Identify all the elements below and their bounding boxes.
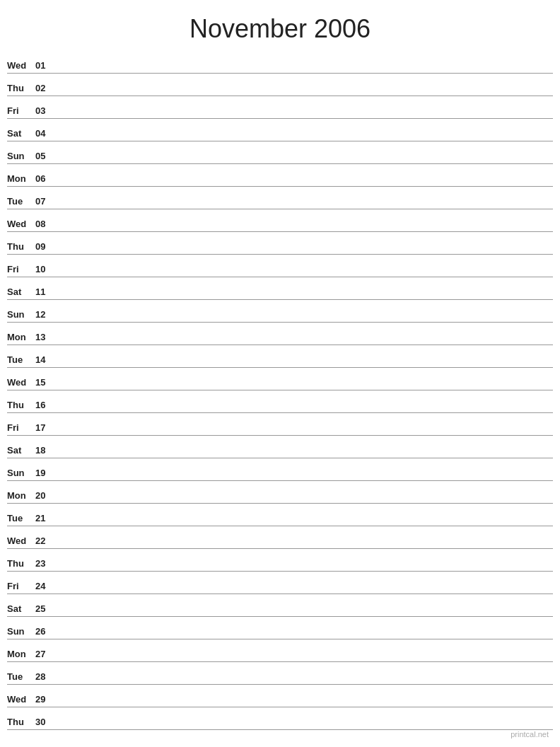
day-row: Sat18 (7, 436, 553, 458)
day-row: Sun26 (7, 617, 553, 639)
calendar-list: Wed01Thu02Fri03Sat04Sun05Mon06Tue07Wed08… (0, 51, 560, 730)
day-row: Thu30 (7, 707, 553, 730)
day-number: 24 (35, 581, 55, 592)
day-row: Fri24 (7, 572, 553, 594)
day-line (55, 139, 553, 139)
day-line (55, 501, 553, 502)
day-line (55, 705, 553, 705)
day-line (55, 591, 553, 592)
day-line (55, 71, 553, 71)
day-name: Mon (7, 332, 35, 343)
day-row: Wed22 (7, 526, 553, 549)
day-name: Thu (7, 241, 35, 253)
day-line (55, 410, 553, 411)
day-line (55, 637, 553, 637)
day-number: 05 (35, 151, 55, 162)
day-line (55, 297, 553, 298)
day-name: Sat (7, 445, 35, 456)
day-row: Thu09 (7, 232, 553, 255)
day-number: 25 (35, 603, 55, 615)
day-line (55, 614, 553, 615)
day-name: Sun (7, 626, 35, 637)
day-name: Fri (7, 264, 35, 275)
day-row: Tue14 (7, 345, 553, 368)
day-row: Mon06 (7, 164, 553, 187)
day-row: Thu23 (7, 549, 553, 572)
day-row: Fri10 (7, 255, 553, 277)
day-number: 26 (35, 626, 55, 637)
day-line (55, 456, 553, 456)
day-name: Sat (7, 128, 35, 139)
day-line (55, 569, 553, 569)
day-number: 18 (35, 445, 55, 456)
day-row: Mon20 (7, 481, 553, 504)
day-line (55, 546, 553, 547)
day-number: 13 (35, 332, 55, 343)
day-line (55, 252, 553, 253)
page-title: November 2006 (0, 0, 560, 51)
day-line (55, 433, 553, 434)
day-number: 09 (35, 241, 55, 253)
day-row: Thu16 (7, 390, 553, 413)
day-number: 03 (35, 105, 55, 117)
day-row: Tue21 (7, 504, 553, 526)
day-name: Wed (7, 535, 35, 547)
day-name: Fri (7, 422, 35, 434)
day-line (55, 478, 553, 479)
day-number: 10 (35, 264, 55, 275)
day-name: Wed (7, 60, 35, 71)
day-line (55, 320, 553, 320)
day-name: Thu (7, 83, 35, 94)
day-name: Wed (7, 219, 35, 230)
day-number: 08 (35, 219, 55, 230)
day-name: Tue (7, 671, 35, 683)
day-number: 15 (35, 377, 55, 388)
day-number: 21 (35, 513, 55, 524)
day-name: Sun (7, 468, 35, 479)
day-line (55, 274, 553, 275)
day-row: Sun05 (7, 141, 553, 164)
day-line (55, 682, 553, 683)
day-name: Sat (7, 286, 35, 298)
day-name: Thu (7, 558, 35, 569)
day-row: Fri03 (7, 96, 553, 119)
day-number: 01 (35, 60, 55, 71)
day-number: 04 (35, 128, 55, 139)
day-number: 12 (35, 309, 55, 320)
day-row: Sat11 (7, 277, 553, 300)
day-row: Mon27 (7, 639, 553, 662)
day-number: 23 (35, 558, 55, 569)
day-number: 19 (35, 468, 55, 479)
day-line (55, 388, 553, 388)
day-line (55, 727, 553, 728)
day-number: 11 (35, 286, 55, 298)
day-row: Wed01 (7, 51, 553, 74)
day-line (55, 229, 553, 230)
day-name: Sat (7, 603, 35, 615)
day-row: Mon13 (7, 323, 553, 345)
day-line (55, 365, 553, 366)
day-row: Tue07 (7, 187, 553, 209)
day-name: Sun (7, 151, 35, 162)
day-row: Wed29 (7, 685, 553, 707)
day-name: Fri (7, 581, 35, 592)
day-number: 17 (35, 422, 55, 434)
day-line (55, 93, 553, 94)
day-row: Fri17 (7, 413, 553, 436)
day-name: Thu (7, 400, 35, 411)
day-row: Sun19 (7, 458, 553, 481)
day-line (55, 207, 553, 207)
watermark: printcal.net (511, 730, 549, 739)
day-number: 02 (35, 83, 55, 94)
day-name: Wed (7, 694, 35, 705)
day-row: Thu02 (7, 74, 553, 96)
day-name: Tue (7, 196, 35, 207)
day-row: Sun12 (7, 300, 553, 323)
day-name: Sun (7, 309, 35, 320)
day-line (55, 161, 553, 162)
day-number: 07 (35, 196, 55, 207)
day-number: 28 (35, 671, 55, 683)
day-line (55, 659, 553, 660)
day-name: Wed (7, 377, 35, 388)
day-name: Mon (7, 649, 35, 660)
